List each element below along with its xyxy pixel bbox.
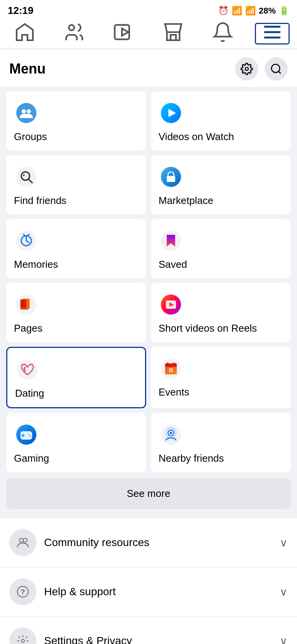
nav-home[interactable] xyxy=(7,23,42,45)
marketplace-icon xyxy=(159,164,183,189)
community-label: Community resources xyxy=(44,536,149,549)
battery-icon: 🔋 xyxy=(279,6,289,16)
settings-button[interactable] xyxy=(235,57,258,80)
nav-friends[interactable] xyxy=(57,23,92,45)
help-label: Help & support xyxy=(44,586,116,598)
svg-point-6 xyxy=(245,67,248,70)
svg-point-36 xyxy=(170,369,172,371)
svg-point-13 xyxy=(16,167,36,187)
memories-icon xyxy=(14,228,39,253)
grid-item-dating[interactable]: Dating xyxy=(6,347,146,408)
gaming-label: Gaming xyxy=(14,452,49,464)
status-bar: 12:19 ⏰ 📶 📶 28% 🔋 xyxy=(0,0,297,19)
svg-point-47 xyxy=(19,538,23,542)
alarm-icon: ⏰ xyxy=(218,6,229,16)
find-friends-icon xyxy=(14,164,39,189)
pages-icon xyxy=(14,292,39,317)
nearby-friends-label: Nearby friends xyxy=(159,452,224,464)
dating-label: Dating xyxy=(15,387,44,399)
see-more-button[interactable]: See more xyxy=(6,478,291,509)
dating-icon xyxy=(15,357,40,382)
search-button[interactable] xyxy=(265,57,288,80)
reels-label: Short videos on Reels xyxy=(159,322,257,334)
help-support-item[interactable]: ? Help & support ∨ xyxy=(0,567,297,617)
settings-icon xyxy=(9,627,36,644)
help-chevron: ∨ xyxy=(280,586,288,598)
settings-chevron: ∨ xyxy=(280,635,288,644)
community-resources-item[interactable]: Community resources ∨ xyxy=(0,518,297,567)
grid-item-find-friends[interactable]: Find friends xyxy=(6,155,146,214)
settings-privacy-item[interactable]: Settings & Privacy ∨ xyxy=(0,617,297,644)
friends-icon xyxy=(63,21,85,46)
memories-label: Memories xyxy=(14,259,58,271)
nav-video[interactable] xyxy=(106,23,141,45)
grid-item-pages[interactable]: Pages xyxy=(6,283,146,342)
svg-rect-34 xyxy=(174,363,175,365)
saved-icon xyxy=(159,228,183,253)
header-action-icons xyxy=(235,57,288,80)
svg-point-8 xyxy=(16,103,36,123)
groups-label: Groups xyxy=(14,131,47,143)
grid-item-saved[interactable]: Saved xyxy=(151,219,291,278)
nav-bell[interactable] xyxy=(205,23,240,45)
grid-item-marketplace[interactable]: Marketplace xyxy=(151,155,291,214)
svg-rect-18 xyxy=(167,176,175,182)
marketplace-label: Marketplace xyxy=(159,195,213,207)
saved-label: Saved xyxy=(159,259,187,271)
signal-icon: 📶 xyxy=(245,6,256,16)
home-icon xyxy=(14,21,36,46)
svg-point-48 xyxy=(23,538,27,542)
videos-watch-icon xyxy=(159,101,183,125)
svg-point-9 xyxy=(22,109,26,113)
menu-grid: Groups Videos on Watch xyxy=(0,87,297,477)
pages-label: Pages xyxy=(14,322,43,334)
menu-header: Menu xyxy=(0,50,297,87)
time: 12:19 xyxy=(8,5,34,17)
svg-point-16 xyxy=(23,175,24,176)
reels-icon xyxy=(159,292,183,317)
grid-item-reels[interactable]: Short videos on Reels xyxy=(151,283,291,342)
videos-watch-label: Videos on Watch xyxy=(159,131,234,143)
svg-point-42 xyxy=(30,436,31,437)
svg-point-43 xyxy=(161,425,181,445)
svg-point-51 xyxy=(21,639,24,642)
find-friends-label: Find friends xyxy=(14,195,67,207)
section-list: Community resources ∨ ? Help & support ∨ xyxy=(0,518,297,644)
grid-item-groups[interactable]: Groups xyxy=(6,91,146,151)
svg-rect-33 xyxy=(167,363,168,365)
help-icon: ? xyxy=(9,578,36,605)
svg-point-10 xyxy=(27,109,31,113)
gaming-icon xyxy=(14,422,39,447)
svg-point-0 xyxy=(69,25,74,30)
events-label: Events xyxy=(159,386,189,398)
wifi-icon: 📶 xyxy=(232,6,242,16)
community-chevron: ∨ xyxy=(280,536,288,549)
store-icon xyxy=(162,21,184,46)
grid-item-videos-watch[interactable]: Videos on Watch xyxy=(151,91,291,151)
svg-rect-25 xyxy=(20,300,26,308)
svg-marker-2 xyxy=(122,28,128,36)
menu-icon xyxy=(261,21,283,46)
grid-item-memories[interactable]: Memories xyxy=(6,219,146,278)
nav-menu[interactable] xyxy=(255,23,290,45)
nearby-friends-icon xyxy=(159,422,183,447)
community-icon xyxy=(9,529,36,556)
battery-text: 28% xyxy=(259,6,276,16)
svg-point-29 xyxy=(17,360,38,380)
grid-item-events[interactable]: Events xyxy=(151,347,291,408)
status-icons: ⏰ 📶 📶 28% 🔋 xyxy=(218,6,289,16)
video-icon xyxy=(113,21,135,46)
grid-item-gaming[interactable]: Gaming xyxy=(6,413,146,472)
bell-icon xyxy=(212,21,234,46)
menu-title: Menu xyxy=(9,61,46,77)
svg-point-41 xyxy=(28,434,29,435)
svg-point-7 xyxy=(271,64,280,72)
grid-item-nearby-friends[interactable]: Nearby friends xyxy=(151,413,291,472)
events-icon xyxy=(159,356,183,381)
nav-bar xyxy=(0,19,297,49)
settings-label: Settings & Privacy xyxy=(44,635,132,644)
nav-store[interactable] xyxy=(156,23,191,45)
groups-icon xyxy=(14,101,39,125)
svg-text:?: ? xyxy=(21,588,25,596)
svg-point-45 xyxy=(170,432,172,434)
